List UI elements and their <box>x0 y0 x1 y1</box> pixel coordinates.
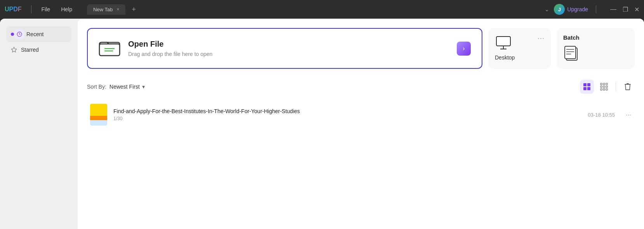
sort-value: Newest First <box>110 84 140 90</box>
tab-label: New Tab <box>93 7 113 12</box>
star-icon <box>11 47 17 53</box>
win-controls-divider <box>596 5 596 13</box>
svg-rect-3 <box>99 44 120 56</box>
sort-select[interactable]: Newest First ▾ <box>110 84 145 90</box>
open-file-text: Open File Drag and drop the file here to… <box>128 40 449 57</box>
file-more-menu[interactable]: ··· <box>626 111 632 119</box>
titlebar-right: ⌄ J Upgrade — ❐ ✕ <box>545 4 639 15</box>
active-dot <box>11 33 14 36</box>
view-controls <box>580 80 635 94</box>
file-date: 03-18 10:55 <box>588 112 615 118</box>
open-file-card[interactable]: Open File Drag and drop the file here to… <box>87 28 482 69</box>
sidebar-item-recent[interactable]: Recent <box>6 26 71 42</box>
svg-rect-6 <box>496 37 510 46</box>
svg-rect-21 <box>600 83 602 85</box>
svg-rect-17 <box>583 83 587 86</box>
chevron-down-icon[interactable]: ⌄ <box>545 6 549 12</box>
table-row[interactable]: Find-and-Apply-For-the-Best-Institutes-I… <box>87 100 635 129</box>
top-cards: Open File Drag and drop the file here to… <box>87 28 635 69</box>
user-avatar: J <box>554 4 565 15</box>
upgrade-label: Upgrade <box>567 6 588 12</box>
titlebar-divider <box>31 5 31 13</box>
file-pages: 1/30 <box>113 116 582 121</box>
open-file-arrow-button[interactable]: › <box>457 42 471 56</box>
batch-icon <box>563 45 580 63</box>
svg-rect-25 <box>603 86 605 87</box>
svg-rect-27 <box>600 89 602 90</box>
app-logo-text: UPDF <box>5 6 22 13</box>
window-controls: — ❐ ✕ <box>610 6 639 13</box>
main-container: Recent Starred <box>0 19 644 229</box>
menu-help[interactable]: Help <box>57 5 76 14</box>
sidebar-item-label-recent: Recent <box>26 31 44 37</box>
svg-rect-13 <box>565 46 576 59</box>
svg-rect-20 <box>587 87 590 90</box>
batch-title: Batch <box>563 34 628 41</box>
minimize-button[interactable]: — <box>610 6 616 13</box>
desktop-card[interactable]: ··· Desktop <box>489 28 551 69</box>
folder-icon <box>99 38 120 59</box>
sort-label: Sort By: <box>87 84 106 90</box>
clock-icon <box>15 30 24 39</box>
open-file-subtitle: Drag and drop the file here to open <box>128 51 449 57</box>
file-thumbnail <box>90 104 107 126</box>
content-area: Open File Drag and drop the file here to… <box>78 19 644 229</box>
svg-rect-24 <box>600 86 602 87</box>
svg-rect-22 <box>603 83 605 85</box>
svg-rect-29 <box>606 89 607 90</box>
sort-chevron-icon: ▾ <box>142 84 145 90</box>
svg-rect-28 <box>603 89 605 90</box>
desktop-more-menu[interactable]: ··· <box>538 34 545 42</box>
app-logo: UPDF <box>5 6 22 13</box>
sidebar-item-label-starred: Starred <box>21 47 39 53</box>
desktop-icon <box>495 34 512 51</box>
svg-rect-18 <box>587 83 590 86</box>
upgrade-button[interactable]: J Upgrade <box>554 4 588 15</box>
tab-close-icon[interactable]: × <box>117 7 119 12</box>
new-tab[interactable]: New Tab × <box>87 4 125 15</box>
svg-rect-23 <box>606 83 607 85</box>
svg-rect-26 <box>606 86 607 87</box>
open-file-title: Open File <box>128 40 449 49</box>
delete-button[interactable] <box>621 80 635 94</box>
sort-bar: Sort By: Newest First ▾ <box>87 80 635 94</box>
arrow-icon: › <box>463 45 465 52</box>
view-divider <box>616 82 616 91</box>
svg-rect-19 <box>583 87 587 90</box>
close-button[interactable]: ✕ <box>634 6 639 13</box>
grid-view-button[interactable] <box>597 80 611 94</box>
sidebar-item-starred[interactable]: Starred <box>6 44 71 56</box>
list-view-button[interactable] <box>580 80 594 94</box>
tab-bar: New Tab × + <box>87 4 541 15</box>
menu-file[interactable]: File <box>38 5 54 14</box>
titlebar: UPDF File Help New Tab × + ⌄ J Upgrade —… <box>0 0 644 19</box>
maximize-button[interactable]: ❐ <box>623 6 628 13</box>
desktop-card-top: ··· <box>495 34 545 51</box>
tab-add-button[interactable]: + <box>129 4 139 15</box>
sidebar: Recent Starred <box>0 19 78 229</box>
svg-marker-1 <box>11 47 16 52</box>
file-list: Find-and-Apply-For-the-Best-Institutes-I… <box>87 100 635 129</box>
file-name: Find-and-Apply-For-the-Best-Institutes-I… <box>113 108 582 114</box>
file-info: Find-and-Apply-For-the-Best-Institutes-I… <box>113 108 582 121</box>
batch-card[interactable]: Batch <box>557 28 635 69</box>
desktop-card-label: Desktop <box>495 54 515 61</box>
